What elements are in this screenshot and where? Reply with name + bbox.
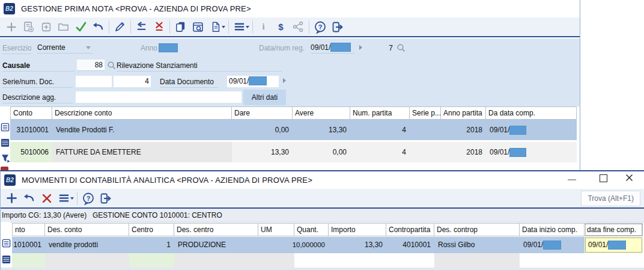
- cell-importo[interactable]: 13,30: [329, 237, 386, 253]
- dollar-icon[interactable]: $: [272, 19, 290, 35]
- col-header-da-data-comp[interactable]: Da data comp.: [486, 106, 577, 120]
- causale-code-field[interactable]: 88: [77, 60, 105, 71]
- cell-des-conto[interactable]: [45, 253, 129, 268]
- next-date-arrow-icon[interactable]: [283, 78, 286, 83]
- col-header-descrizione-conto[interactable]: Descrizione conto: [52, 106, 232, 120]
- new-note-icon[interactable]: [20, 19, 37, 35]
- cell-des-controp[interactable]: [434, 253, 520, 268]
- next-date-arrow-icon[interactable]: [359, 45, 362, 50]
- col-header-conto[interactable]: Conto: [10, 106, 52, 120]
- document-dropdown-caret-icon[interactable]: [222, 26, 225, 28]
- serie-field[interactable]: [76, 76, 112, 87]
- close-button[interactable]: [625, 174, 633, 183]
- cell-da-data-comp[interactable]: 09/01/: [486, 142, 577, 162]
- cell-um[interactable]: [258, 253, 294, 268]
- num-doc-field[interactable]: 4: [114, 76, 151, 87]
- row-grid-icon[interactable]: [2, 255, 11, 266]
- cell-da-data-comp[interactable]: 09/01/: [486, 120, 577, 140]
- share-icon[interactable]: [290, 19, 307, 35]
- search-icon[interactable]: [396, 43, 406, 54]
- anno-field[interactable]: [159, 43, 178, 52]
- cell-num-partita[interactable]: 4: [350, 142, 410, 162]
- cell-data-fine-comp[interactable]: [585, 253, 643, 268]
- cell-data-inizio-comp[interactable]: 09/01/: [520, 237, 585, 253]
- undo-icon[interactable]: [90, 19, 107, 35]
- exit-icon[interactable]: [97, 191, 114, 206]
- cell-conto[interactable]: 5010006: [10, 142, 52, 162]
- col-header-importo[interactable]: Importo: [329, 223, 386, 236]
- cell-contropartita[interactable]: [386, 253, 434, 268]
- exit-icon[interactable]: [329, 19, 346, 35]
- add-icon[interactable]: [2, 19, 20, 35]
- data-documento-field[interactable]: 09/01/: [227, 76, 279, 87]
- col-header-data-fine-comp[interactable]: data fine comp.: [585, 223, 643, 236]
- col-header-anno-partita[interactable]: Anno partita: [441, 106, 486, 120]
- add-detail-icon[interactable]: [37, 19, 55, 35]
- menu-dropdown-caret-icon[interactable]: [70, 197, 74, 200]
- cell-conto[interactable]: 31010001: [10, 120, 52, 140]
- menu-dropdown-caret-icon[interactable]: [246, 26, 249, 28]
- cell-serie[interactable]: [410, 142, 441, 162]
- cell-des-centro[interactable]: PRODUZIONE: [174, 237, 258, 253]
- col-header-dare[interactable]: Dare: [232, 106, 293, 120]
- cell-des-conto[interactable]: vendite prodotti: [45, 237, 129, 253]
- chevron-down-icon[interactable]: [86, 46, 91, 49]
- confirm-check-icon[interactable]: [72, 19, 90, 35]
- descrizione-agg-field[interactable]: [76, 91, 242, 103]
- cell-um[interactable]: [258, 237, 294, 253]
- cell-serie[interactable]: [410, 120, 441, 140]
- info-icon[interactable]: i: [255, 19, 272, 35]
- open-folder-icon[interactable]: [55, 19, 72, 35]
- copy-icon[interactable]: [172, 19, 189, 35]
- cell-importo[interactable]: [329, 253, 386, 268]
- row-grid-icon[interactable]: [1, 138, 10, 149]
- altri-dati-button[interactable]: Altri dati: [243, 90, 286, 105]
- cell-data-fine-comp[interactable]: 09/01/: [585, 237, 643, 253]
- table-row[interactable]: [12, 253, 643, 268]
- cell-conto[interactable]: [12, 253, 45, 268]
- causale-descrizione-field[interactable]: Rilevazione Stanziamenti: [117, 61, 282, 72]
- data-num-reg-field[interactable]: 09/01/: [311, 43, 355, 54]
- cell-num-partita[interactable]: 4: [350, 120, 410, 140]
- cell-centro[interactable]: [129, 253, 174, 268]
- table-row[interactable]: 31010001 Vendite Prodotti F. 0,00 13,30 …: [10, 120, 577, 140]
- table-row[interactable]: 5010006 FATTURE DA EMETTERE 13,30 0,00 4…: [10, 142, 577, 162]
- maximize-button[interactable]: [600, 174, 607, 182]
- trova-button[interactable]: Trova (Alt+F1): [581, 191, 640, 206]
- cell-anno-partita[interactable]: 2018: [441, 120, 486, 140]
- cell-centro[interactable]: 1: [129, 237, 174, 253]
- cell-des-centro[interactable]: [174, 253, 258, 268]
- filter-funnel-icon[interactable]: [1, 153, 10, 165]
- esercizio-combobox[interactable]: Corrente: [37, 43, 93, 54]
- cell-dare[interactable]: 13,30: [232, 142, 293, 162]
- add-icon[interactable]: [3, 191, 20, 206]
- col-header-conto[interactable]: nto: [12, 223, 45, 236]
- col-header-um[interactable]: UM: [258, 223, 294, 236]
- col-header-num-partita[interactable]: Num. partita: [350, 106, 410, 120]
- undo-icon[interactable]: [20, 191, 38, 206]
- col-header-des-conto[interactable]: Des. conto: [45, 223, 129, 236]
- delete-x-icon[interactable]: [150, 19, 168, 35]
- cell-avere[interactable]: 0,00: [293, 142, 350, 162]
- cell-avere[interactable]: 13,30: [293, 120, 350, 140]
- cell-contropartita[interactable]: 4010001: [386, 237, 434, 253]
- calendar-search-icon[interactable]: [189, 19, 207, 35]
- cell-conto[interactable]: 1010001: [12, 237, 45, 253]
- col-header-centro[interactable]: Centro: [129, 223, 174, 236]
- col-header-quant[interactable]: Quant.: [294, 223, 329, 236]
- cell-quant[interactable]: [294, 253, 329, 268]
- delete-x-icon[interactable]: [38, 191, 55, 206]
- table-row[interactable]: 1010001 vendite prodotti 1 PRODUZIONE 10…: [12, 237, 643, 253]
- help-icon[interactable]: ?: [311, 19, 329, 35]
- col-header-contropartita[interactable]: Contropartita: [386, 223, 434, 236]
- col-header-avere[interactable]: Avere: [293, 106, 350, 120]
- search-icon[interactable]: [107, 61, 116, 72]
- col-header-des-centro[interactable]: Des. centro: [174, 223, 258, 236]
- cell-descrizione[interactable]: Vendite Prodotti F.: [52, 120, 232, 140]
- edit-pencil-icon[interactable]: [111, 19, 129, 35]
- row-detail-list-icon[interactable]: [2, 239, 11, 250]
- revert-arrow-icon[interactable]: [133, 19, 150, 35]
- help-icon[interactable]: ?: [79, 191, 97, 206]
- row-detail-list-icon[interactable]: [1, 123, 10, 133]
- cell-data-inizio-comp[interactable]: [520, 253, 585, 268]
